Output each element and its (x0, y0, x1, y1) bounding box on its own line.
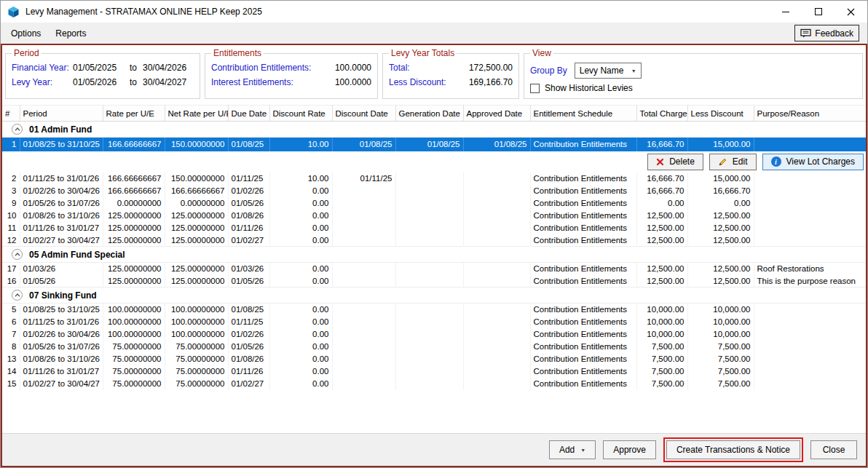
cell-rate: 125.00000000 (103, 222, 165, 234)
period-legend: Period (12, 48, 42, 58)
cell-net_rate: 0.00000000 (165, 197, 228, 210)
levy-row[interactable]: 1001/08/26 to 31/10/26125.00000000125.00… (2, 210, 867, 222)
cell-total_charge: 7,500.00 (636, 365, 687, 378)
group-header-row: 01 Admin Fund (2, 122, 867, 138)
levy-row[interactable]: 301/02/26 to 30/04/26166.66666667166.666… (2, 185, 867, 197)
column-header-less_discount[interactable]: Less Discount (687, 106, 754, 122)
menu-reports[interactable]: Reports (48, 25, 93, 42)
view-lot-charges-button[interactable]: iView Lot Charges (762, 154, 864, 170)
column-header-net_rate[interactable]: Net Rate per U/E (165, 106, 228, 122)
maximize-button[interactable] (802, 1, 835, 23)
cell-due_date: 01/08/26 (228, 210, 269, 222)
levy-row[interactable]: 1601/05/26125.00000000125.0000000001/05/… (2, 275, 867, 287)
column-header-rate[interactable]: Rate per U/E (103, 106, 165, 122)
cell-period: 01/11/25 to 31/01/26 (20, 316, 103, 328)
financial-year-end: 30/04/2026 (143, 63, 194, 73)
cell-discount_date (332, 234, 395, 247)
column-header-purpose[interactable]: Purpose/Reason (754, 106, 867, 122)
column-header-period[interactable]: Period (20, 106, 103, 122)
cell-generation_date (395, 197, 463, 210)
collapse-group-button[interactable] (12, 124, 23, 135)
group-name: 07 Sinking Fund (29, 290, 97, 301)
levy-row[interactable]: 1401/11/26 to 31/01/2775.0000000075.0000… (2, 365, 867, 378)
levy-row[interactable]: 1201/02/27 to 30/04/27125.00000000125.00… (2, 234, 867, 247)
levy-row[interactable]: 201/11/25 to 31/01/26166.66666667150.000… (2, 172, 867, 185)
cell-rate: 166.66666667 (103, 138, 165, 151)
cell-num: 12 (2, 234, 20, 247)
cell-discount_date (332, 353, 395, 365)
cell-total_charge: 12,500.00 (636, 263, 687, 275)
column-header-discount_date[interactable]: Discount Date (332, 106, 395, 122)
cell-rate: 166.66666667 (103, 172, 165, 185)
column-header-total_charge[interactable]: Total Charge (636, 106, 687, 122)
cell-discount_date: 01/08/25 (332, 138, 395, 151)
contribution-entitlements-label: Contribution Entitlements: (211, 63, 311, 73)
menu-options[interactable]: Options (4, 25, 48, 42)
cell-less_discount: 10,000.00 (687, 328, 754, 341)
add-button[interactable]: Add ▼ (549, 440, 596, 459)
cell-less_discount: 15,000.00 (687, 172, 754, 185)
levy-row[interactable]: 101/08/25 to 31/10/25166.66666667150.000… (2, 138, 867, 151)
delete-button[interactable]: Delete (647, 154, 703, 170)
approve-button[interactable]: Approve (603, 440, 656, 459)
levy-row[interactable]: 701/02/26 to 30/04/26100.00000000100.000… (2, 328, 867, 341)
levy-row[interactable]: 1301/08/26 to 31/10/2675.0000000075.0000… (2, 353, 867, 365)
cell-period: 01/11/26 to 31/01/27 (20, 365, 103, 378)
levy-year-totals-panel: Levy Year Totals Total: 172,500.00 Less … (382, 48, 519, 99)
minimize-button[interactable] (769, 1, 802, 23)
cell-period: 01/03/26 (20, 263, 103, 275)
levy-row[interactable]: 1501/02/27 to 30/04/2775.0000000075.0000… (2, 378, 867, 390)
levy-row[interactable]: 901/05/26 to 31/07/260.000000000.0000000… (2, 197, 867, 210)
cell-purpose (754, 210, 867, 222)
levy-row[interactable]: 1701/03/26125.00000000125.0000000001/03/… (2, 263, 867, 275)
cell-net_rate: 100.00000000 (165, 304, 228, 316)
levy-row[interactable]: 501/08/25 to 31/10/25100.00000000100.000… (2, 304, 867, 316)
cell-approved_date (463, 172, 530, 185)
edit-button-label: Edit (733, 156, 748, 167)
column-header-schedule[interactable]: Entitlement Schedule (530, 106, 636, 122)
cell-due_date: 01/02/27 (228, 234, 269, 247)
levy-row[interactable]: 601/11/25 to 31/01/26100.00000000100.000… (2, 316, 867, 328)
cell-approved_date (463, 328, 530, 341)
column-header-due_date[interactable]: Due Date (228, 106, 269, 122)
interest-entitlements-value: 100.0000 (335, 77, 371, 87)
cell-net_rate: 150.00000000 (165, 138, 228, 151)
financial-year-row: Financial Year: 01/05/2025 to 30/04/2026 (12, 63, 194, 73)
to-label: to (124, 63, 143, 73)
column-header-approved_date[interactable]: Approved Date (463, 106, 530, 122)
cell-num: 9 (2, 197, 20, 210)
cell-less_discount: 15,000.00 (687, 138, 754, 151)
collapse-group-button[interactable] (12, 290, 23, 301)
cell-approved_date (463, 378, 530, 390)
group-by-select[interactable]: Levy Name ▼ (575, 63, 642, 79)
close-button[interactable]: Close (810, 440, 857, 459)
cell-rate: 125.00000000 (103, 234, 165, 247)
cell-discount_rate: 10.00 (269, 172, 332, 185)
window-close-button[interactable] (835, 1, 867, 23)
financial-year-label: Financial Year: (12, 63, 73, 73)
cell-schedule: Contribution Entitlements (530, 185, 636, 197)
levy-management-window: Levy Management - STRATAMAX ONLINE HELP … (0, 0, 868, 468)
levy-row[interactable]: 801/05/26 to 31/07/2675.0000000075.00000… (2, 341, 867, 353)
column-header-generation_date[interactable]: Generation Date (395, 106, 463, 122)
show-historical-checkbox[interactable] (530, 84, 540, 93)
cell-less_discount: 12,500.00 (687, 210, 754, 222)
interest-entitlements-row: Interest Entitlements: 100.0000 (211, 77, 371, 87)
cell-discount_rate: 0.00 (269, 185, 332, 197)
cell-net_rate: 125.00000000 (165, 263, 228, 275)
edit-button[interactable]: Edit (709, 154, 757, 170)
cell-total_charge: 0.00 (636, 197, 687, 210)
feedback-button[interactable]: Feedback (794, 25, 859, 41)
collapse-group-button[interactable] (12, 249, 23, 260)
cell-total_charge: 7,500.00 (636, 378, 687, 390)
view-panel: View Group By Levy Name ▼ Show Historica… (524, 48, 863, 99)
column-header-num[interactable]: # (2, 106, 20, 122)
edit-icon (718, 157, 727, 167)
cell-net_rate: 75.00000000 (165, 378, 228, 390)
to-label: to (124, 77, 143, 87)
create-transactions-and-notice-button[interactable]: Create Transactions & Notice (666, 440, 800, 459)
levy-row[interactable]: 1101/11/26 to 31/01/27125.00000000125.00… (2, 222, 867, 234)
cell-discount_rate: 0.00 (269, 365, 332, 378)
column-header-discount_rate[interactable]: Discount Rate (269, 106, 332, 122)
cell-num: 15 (2, 378, 20, 390)
